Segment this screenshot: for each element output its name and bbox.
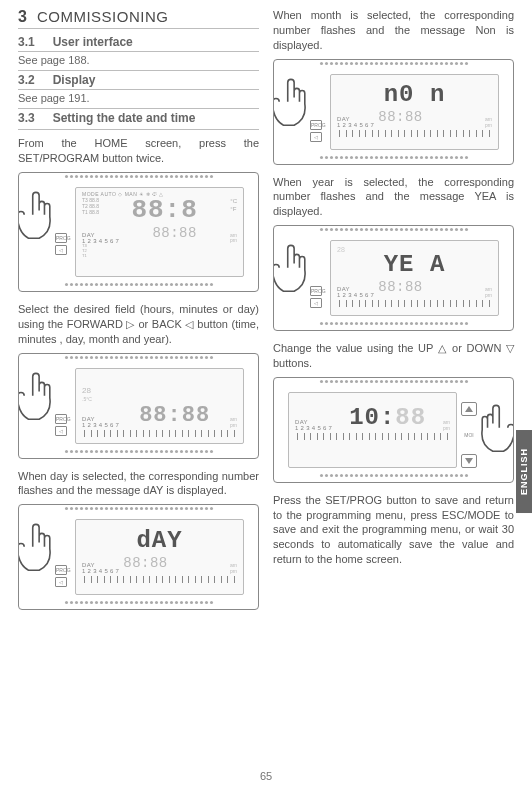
back-button-icon: ◁ [55,245,67,255]
language-tab: ENGLISH [516,430,532,513]
paragraph: From the HOME screen, press the SET/PROG… [18,136,259,166]
back-button-icon: ◁ [310,298,322,308]
lcd-message-yea: YE A [337,253,492,277]
side-buttons: PROG ◁ [310,286,322,308]
lcd-display: 28 YE A DAY 1 2 3 4 5 6 7 88:88 am pm [330,240,499,316]
lcd-ampm: am pm [230,562,237,574]
lcd-ampm: am pm [485,116,492,128]
lcd-message-non: n0 n [337,83,492,107]
decor-dots [274,60,513,68]
paragraph: Press the SET/PROG button to save and re… [273,493,514,567]
lcd-display: MODE AUTO ◇ MAN ☀ ❄ ⏱ △ T3 88.8 T2 88.8 … [75,187,244,277]
side-buttons: PROG ◁ [55,414,67,436]
lcd-ticks [337,128,492,140]
decor-dots [274,320,513,328]
lcd-ampm: am pm [230,416,237,428]
subsection-title: User interface [53,35,133,49]
hand-press-icon [18,368,59,432]
prog-button-icon: PROG [310,286,322,296]
decor-dots [274,154,513,162]
figure-home-screen: PROG ◁ MODE AUTO ◇ MAN ☀ ❄ ⏱ △ T3 88.8 T… [18,172,259,292]
back-button-icon: ◁ [55,577,67,587]
decor-dots [19,505,258,513]
subsection-number: 3.1 [18,35,35,49]
decor-dots [274,472,513,480]
lcd-ampm: am pm [230,233,237,243]
paragraph: Change the value using the UP △ or DOWN … [273,341,514,371]
svg-marker-1 [465,458,473,464]
section-header: 3 COMMISSIONING [18,8,259,29]
lcd-ticks [82,574,237,586]
see-page-191: See page 191. [18,90,259,109]
subsection-number: 3.2 [18,73,35,87]
decor-dots [274,378,513,386]
lcd-time-digits: 88:88 [123,555,226,571]
decor-dots [19,448,258,456]
lcd-time-digits: 88:88 [378,109,481,125]
subsection-3-2: 3.2 Display [18,71,259,90]
prog-button-icon: PROG [55,565,67,575]
svg-marker-0 [465,406,473,412]
lcd-ticks [295,431,450,443]
lcd-time-digits: 88:88 [378,279,481,295]
lcd-display: n0 n DAY 1 2 3 4 5 6 7 88:88 am pm [330,74,499,150]
lcd-unit-f: °F [230,205,237,213]
decor-dots [19,173,258,181]
paragraph: When month is selected, the correspondin… [273,8,514,53]
prog-button-icon: PROG [310,120,322,130]
lcd-value-10: 10: [349,404,395,431]
figure-year: PROG ◁ 28 YE A DAY 1 2 3 4 5 6 7 88:88 a… [273,225,514,331]
section-title: COMMISSIONING [37,8,169,25]
figure-month: PROG ◁ n0 n DAY 1 2 3 4 5 6 7 88:88 am p… [273,59,514,165]
hand-press-icon [18,519,59,583]
decor-dots [19,599,258,607]
subsection-3-1: 3.1 User interface [18,33,259,52]
lcd-t-levels: T3 88.8 T2 88.8 T1 88.8 [82,197,99,215]
decor-dots [19,281,258,289]
lcd-time-digits: 88:88 [123,405,226,427]
back-button-icon: ◁ [310,132,322,142]
lcd-ticks [82,428,237,440]
hand-press-icon [18,187,59,251]
subsection-3-3: 3.3 Setting the date and time [18,109,259,130]
prog-button-icon: PROG [55,233,67,243]
paragraph: Select the desired field (hours, minutes… [18,302,259,347]
lcd-message-day: dAY [82,529,237,553]
decor-dots [19,354,258,362]
lcd-ampm: am pm [443,419,450,431]
section-number: 3 [18,8,27,26]
subsection-title: Display [53,73,96,87]
paragraph: When day is selected, the corresponding … [18,469,259,499]
lcd-display: 28.5°C DAY 1 2 3 4 5 6 7 88:88 am pm [75,368,244,444]
lcd-ampm: am pm [485,286,492,298]
subsection-title: Setting the date and time [53,111,196,125]
hand-press-icon [473,400,514,464]
lcd-temp-digits: 88:8 [131,195,197,225]
figure-change-value: DAY 1 2 3 4 5 6 7 10:88 am pm MOI [273,377,514,483]
decor-dots [274,226,513,234]
figure-field-select: PROG ◁ 28.5°C DAY 1 2 3 4 5 6 7 88:88 am… [18,353,259,459]
side-buttons: PROG ◁ [55,233,67,255]
lcd-unit-c: °C [230,197,237,205]
side-buttons: PROG ◁ [310,120,322,142]
hand-press-icon [273,74,314,138]
back-button-icon: ◁ [55,426,67,436]
paragraph: When year is selected, the corresponding… [273,175,514,220]
lcd-time-digits: 88:88 [123,225,226,241]
page-number: 65 [260,770,272,782]
side-buttons: PROG ◁ [55,565,67,587]
hand-press-icon [273,240,314,304]
lcd-ticks [337,298,492,310]
see-page-188: See page 188. [18,52,259,71]
figure-day: PROG ◁ dAY DAY 1 2 3 4 5 6 7 88:88 am pm [18,504,259,610]
lcd-display: DAY 1 2 3 4 5 6 7 10:88 am pm [288,392,457,468]
subsection-number: 3.3 [18,111,35,125]
lcd-display: dAY DAY 1 2 3 4 5 6 7 88:88 am pm [75,519,244,595]
prog-button-icon: PROG [55,414,67,424]
